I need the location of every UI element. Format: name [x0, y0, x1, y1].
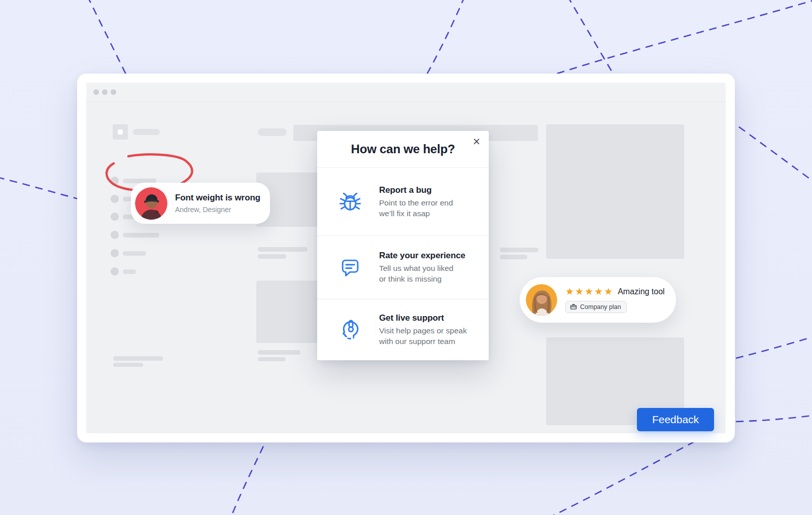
option-desc-line: or think is missing: [379, 273, 465, 284]
commenter-avatar: [135, 187, 167, 220]
option-desc-line: we’ll fix it asap: [379, 208, 453, 219]
comment-author: Andrew, Designer: [175, 205, 260, 214]
option-desc-line: Point to the error end: [379, 197, 453, 208]
review-title: Amazing tool: [618, 287, 665, 296]
skeleton-media-card: [546, 124, 684, 259]
feedback-button[interactable]: Feedback: [637, 408, 714, 431]
skeleton-nav-line: [123, 251, 146, 256]
comment-title: Font weight is wrong: [175, 193, 260, 203]
option-report-bug[interactable]: Report a bug Point to the error end we’l…: [317, 168, 489, 236]
window-control-dot: [111, 89, 116, 95]
skeleton-text-line: [258, 350, 300, 355]
skeleton-logo: [113, 124, 128, 140]
modal-title: How can we help?: [351, 142, 455, 156]
close-icon[interactable]: ×: [471, 135, 482, 147]
window-control-dot: [102, 89, 108, 95]
male-avatar-illustration: [135, 187, 167, 220]
skeleton-nav-line: [123, 233, 159, 237]
skeleton-text-line: [258, 247, 308, 252]
skeleton-breadcrumb: [258, 128, 287, 136]
skeleton-nav-dot: [111, 231, 119, 239]
skeleton-nav-line: [123, 269, 136, 274]
skeleton-footer-line: [113, 363, 143, 367]
option-rate-experience[interactable]: Rate your experience Tell us what you li…: [317, 236, 489, 299]
bug-icon: [339, 190, 362, 214]
modal-header: How can we help? ×: [317, 131, 489, 168]
skeleton-text-line: [258, 357, 286, 361]
option-title: Report a bug: [379, 185, 453, 195]
briefcase-icon: [570, 303, 577, 311]
review-card: ★★★★★ Amazing tool Company plan: [520, 277, 676, 323]
skeleton-text-line: [500, 255, 527, 259]
option-title: Rate your experience: [379, 251, 465, 261]
window-titlebar: [86, 83, 726, 102]
star-rating: ★★★★★: [565, 287, 614, 296]
option-desc-line: with our supporr team: [379, 336, 467, 347]
skeleton-nav-dot: [111, 249, 119, 257]
female-avatar-illustration: [526, 284, 557, 316]
illustration-stage: Font weight is wrong Andrew, Designer Ho…: [0, 0, 812, 515]
skeleton-text-line: [500, 248, 538, 252]
feedback-button-label: Feedback: [652, 414, 699, 426]
option-desc-line: Tell us what you liked: [379, 263, 465, 273]
headset-icon: [339, 318, 362, 341]
option-live-support[interactable]: Get live support Visit help pages or spe…: [317, 299, 489, 360]
window-control-dot: [93, 89, 99, 95]
skeleton-nav-dot: [111, 267, 119, 276]
skeleton-footer-line: [113, 356, 163, 361]
plan-badge-label: Company plan: [580, 303, 621, 311]
option-desc-line: Visit help pages or speak: [379, 325, 467, 336]
reviewer-avatar: [526, 284, 557, 316]
plan-badge: Company plan: [565, 301, 627, 313]
option-title: Get live support: [379, 313, 467, 323]
skeleton-text-line: [258, 254, 286, 259]
skeleton-logo-label: [133, 129, 160, 135]
skeleton-nav-dot: [111, 213, 119, 221]
comment-card: Font weight is wrong Andrew, Designer: [131, 183, 270, 224]
help-modal: How can we help? × Report a bug Point to…: [317, 131, 489, 360]
chat-icon: [339, 256, 362, 279]
